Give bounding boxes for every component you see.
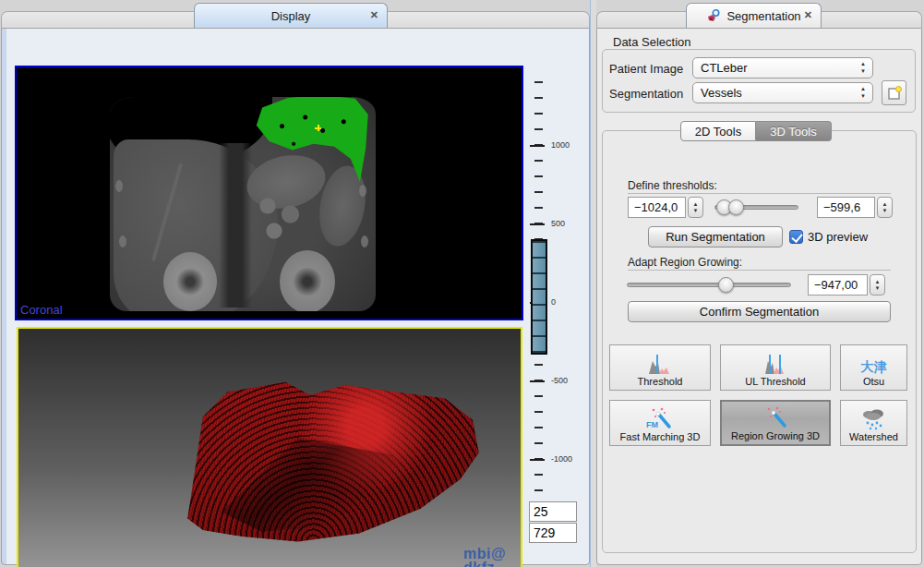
spine-region [219, 143, 252, 308]
3d-preview-checkbox[interactable] [789, 230, 803, 244]
divider [628, 270, 891, 271]
tab-3d-tools[interactable]: 3D Tools [756, 121, 832, 141]
level-window-major-tick [530, 223, 545, 225]
region-growing-handle[interactable] [718, 277, 734, 293]
new-segmentation-button[interactable] [882, 80, 906, 105]
tab-segmentation-close-icon[interactable]: ✕ [804, 9, 812, 21]
level-window-tick-label: -500 [551, 376, 568, 385]
tab-2d-tools[interactable]: 2D Tools [680, 121, 756, 141]
tab-segmentation[interactable]: Segmentation ✕ [686, 3, 822, 28]
level-window-widget: 10005000-500-1000 [526, 66, 583, 532]
window-value-field[interactable]: 729 [529, 523, 577, 543]
coronal-render-window[interactable]: Coronal [15, 66, 523, 320]
level-window-major-tick [530, 145, 545, 147]
ct-slice-image [110, 97, 376, 311]
new-segmentation-icon [887, 86, 902, 101]
patient-image-label: Patient Image [609, 62, 683, 76]
seed-point-marker [315, 125, 321, 131]
mbi-dkfz-logo: mbi@ dkfz. [463, 547, 506, 567]
level-window-major-tick [530, 380, 545, 382]
region-growing-slider[interactable] [627, 283, 791, 287]
region-growing-spinner[interactable]: ▲ ▼ [870, 274, 885, 296]
tab-display[interactable]: Display ✕ [194, 3, 388, 28]
level-window-tick-label: 500 [551, 219, 565, 228]
tool-otsu[interactable]: 大津 Otsu [840, 344, 907, 391]
segmentation-icon [706, 8, 721, 23]
level-window-tick-label: 0 [551, 297, 556, 307]
data-selection-label: Data Selection [613, 35, 691, 49]
tool-fast-marching-3d[interactable]: FM Fast Marching 3D [609, 400, 711, 446]
tool-ul-threshold[interactable]: UL Threshold [720, 344, 831, 391]
divider [628, 193, 891, 194]
tool-threshold[interactable]: Threshold [609, 344, 711, 391]
segmentation-select-label: Segmentation [609, 87, 683, 101]
threshold-upper-handle[interactable] [728, 199, 744, 215]
rib [115, 180, 123, 192]
combobox-arrows-icon: ▲▼ [858, 85, 869, 100]
combobox-arrows-icon: ▲▼ [858, 60, 869, 75]
mitk-workbench: Display ✕ Coronal [0, 0, 924, 567]
svg-text:FM: FM [646, 420, 658, 429]
tab-display-close-icon[interactable]: ✕ [370, 9, 378, 21]
upper-threshold-field[interactable]: −599,6 [817, 197, 875, 218]
level-window-range-handle[interactable] [531, 239, 547, 355]
lower-threshold-field[interactable]: −1024,0 [628, 197, 686, 218]
define-thresholds-label: Define thresholds: [628, 179, 717, 192]
confirm-segmentation-button[interactable]: Confirm Segmentation [628, 301, 891, 322]
level-window-tick-label: -1000 [551, 454, 572, 464]
adapt-region-growing-label: Adapt Region Growing: [628, 256, 742, 269]
3d-render-window[interactable]: mbi@ dkfz. [17, 327, 522, 567]
magic-wand-fm-icon: FM [644, 407, 676, 431]
lower-threshold-spinner[interactable]: ▲ ▼ [688, 197, 703, 218]
patient-image-combobox[interactable]: CTLeber ▲▼ [692, 57, 873, 78]
run-segmentation-button[interactable]: Run Segmentation [648, 226, 783, 247]
view-orientation-label: Coronal [20, 303, 63, 317]
display-pane-body: Coronal mbi@ dkfz. 10005000-500-1000 25 … [1, 28, 590, 565]
level-value-field[interactable]: 25 [529, 501, 577, 522]
magic-wand-icon [760, 406, 791, 430]
tab-segmentation-label: Segmentation [726, 9, 800, 23]
left-kidney-region [163, 252, 217, 311]
otsu-kanji-icon: 大津 [861, 352, 887, 376]
segmentation-combobox[interactable]: Vessels ▲▼ [692, 82, 873, 103]
pane-splitter[interactable] [590, 0, 596, 567]
tool-watershed[interactable]: Watershed [840, 400, 907, 446]
histogram-one-line-icon [646, 352, 674, 376]
histogram-two-lines-icon [762, 352, 789, 376]
bowel-region [248, 189, 313, 245]
3d-preview-label: 3D preview [808, 230, 868, 244]
tab-display-label: Display [271, 9, 311, 23]
level-window-major-tick [530, 459, 545, 461]
rain-cloud-icon [859, 407, 889, 431]
level-window-tick-label: 1000 [551, 140, 570, 150]
upper-threshold-spinner[interactable]: ▲ ▼ [877, 197, 893, 218]
threshold-range-slider[interactable] [714, 205, 798, 210]
right-kidney-region [280, 250, 335, 311]
tool-region-growing-3d[interactable]: Region Growing 3D [720, 400, 831, 446]
rib [361, 235, 368, 247]
region-growing-value-field[interactable]: −947,00 [808, 274, 868, 296]
rib [359, 185, 366, 197]
segmentation-pane-body: Data Selection Patient Image CTLeber ▲▼ … [596, 28, 922, 565]
rib [119, 235, 126, 247]
